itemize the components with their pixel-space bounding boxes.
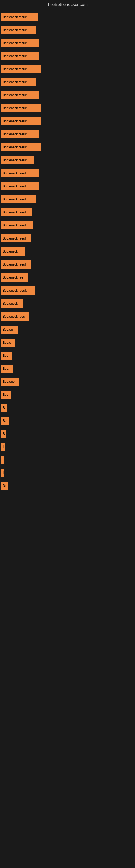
bottleneck-bar: Bottleneck result bbox=[1, 169, 39, 177]
bar-label: I bbox=[3, 471, 3, 475]
bar-row bbox=[1, 455, 134, 465]
bar-label: Bottleneck result bbox=[3, 145, 27, 149]
bar-label: Bottleneck result bbox=[3, 15, 27, 19]
bars-container: Bottleneck resultBottleneck resultBottle… bbox=[0, 9, 135, 496]
bottleneck-bar: Bottleneck result bbox=[1, 78, 36, 86]
bar-row: Bottleneck result bbox=[1, 103, 134, 113]
bar-row: Bot bbox=[1, 350, 134, 361]
bar-row: Bo bbox=[1, 415, 134, 426]
bottleneck-bar: Bottleneck resul bbox=[1, 235, 31, 243]
bar-row: Bottleneck result bbox=[1, 116, 134, 126]
bottleneck-bar bbox=[1, 456, 3, 464]
bar-label: Bottleneck result bbox=[3, 93, 27, 97]
bottleneck-bar: Bottleneck result bbox=[1, 130, 39, 138]
bar-label: Bottleneck result bbox=[3, 211, 27, 214]
bar-row: I bbox=[1, 442, 134, 452]
bar-label: Bottleneck result bbox=[3, 54, 27, 58]
bottleneck-bar: Bottleneck bbox=[1, 300, 23, 308]
bar-label: Bottleneck resu bbox=[3, 315, 25, 318]
bar-row: Bottl bbox=[1, 364, 134, 374]
bottleneck-bar: Bot bbox=[1, 391, 11, 399]
bar-label: Bottleneck resul bbox=[3, 237, 26, 240]
bottleneck-bar: I bbox=[1, 469, 4, 477]
bar-label: Bottleneck result bbox=[3, 106, 27, 110]
bottleneck-bar: Bottleneck r bbox=[1, 247, 25, 255]
bottleneck-bar: Bottleneck result bbox=[1, 286, 35, 294]
bar-row: Bot bbox=[1, 390, 134, 400]
bar-row: Bottleneck r bbox=[1, 246, 134, 257]
bar-label: Bottleneck result bbox=[3, 223, 27, 227]
bar-row: Bottlen bbox=[1, 324, 134, 335]
bottleneck-bar: I bbox=[1, 443, 5, 451]
bar-row: Bottleneck resul bbox=[1, 233, 134, 244]
bottleneck-bar: Bottlene bbox=[1, 378, 19, 386]
bar-label: Bottleneck result bbox=[3, 184, 27, 188]
bar-row: I bbox=[1, 468, 134, 478]
bar-label: Bo bbox=[3, 419, 7, 423]
bottleneck-bar: Bottl bbox=[1, 365, 13, 373]
bar-row: Bottleneck result bbox=[1, 142, 134, 152]
bottleneck-bar: Bottleneck resul bbox=[1, 260, 31, 269]
bar-row: Bottleneck result bbox=[1, 90, 134, 100]
bottleneck-bar: Bottleneck result bbox=[1, 26, 36, 34]
bar-row: Bottleneck resul bbox=[1, 259, 134, 270]
bar-row: Bottleneck result bbox=[1, 207, 134, 218]
bar-row: Bottleneck result bbox=[1, 194, 134, 205]
bottleneck-bar: Bottleneck result bbox=[1, 221, 33, 229]
bar-label: Bottlen bbox=[3, 328, 13, 332]
bottleneck-bar: Bottleneck result bbox=[1, 208, 32, 216]
bar-row: Bottleneck result bbox=[1, 168, 134, 179]
bar-row: B bbox=[1, 403, 134, 413]
site-title: TheBottlenecker.com bbox=[0, 0, 135, 9]
bar-label: Bottl bbox=[3, 367, 9, 371]
bottleneck-bar: B bbox=[1, 430, 6, 438]
bar-row: B bbox=[1, 429, 134, 439]
bar-label: Bot bbox=[3, 393, 8, 397]
bar-label: Bottleneck result bbox=[3, 41, 27, 45]
bar-row: Bottleneck result bbox=[1, 77, 134, 87]
bottleneck-bar: Bot bbox=[1, 351, 12, 360]
bar-label: Bottleneck res bbox=[3, 276, 23, 279]
bar-label: B bbox=[3, 432, 5, 436]
bar-label: Bottleneck result bbox=[3, 158, 27, 162]
bar-row: Bottleneck result bbox=[1, 12, 134, 22]
bottleneck-bar: Bottleneck result bbox=[1, 52, 39, 60]
bar-label: Bottleneck result bbox=[3, 119, 27, 123]
bar-row: Bottlene bbox=[1, 376, 134, 387]
bottleneck-bar: Bottleneck result bbox=[1, 39, 39, 47]
bar-row: Bottleneck bbox=[1, 299, 134, 309]
bar-label: Bottleneck result bbox=[3, 197, 27, 201]
bar-row: Bottleneck result bbox=[1, 38, 134, 48]
bar-row: Bottleneck res bbox=[1, 272, 134, 283]
bar-row: Bottleneck result bbox=[1, 25, 134, 35]
bar-label: Bottlene bbox=[3, 380, 14, 383]
bar-row: Bottleneck resu bbox=[1, 311, 134, 322]
bottleneck-bar: Bottleneck result bbox=[1, 156, 34, 164]
bar-label: Bottleneck r bbox=[3, 250, 20, 253]
bottleneck-bar: Bottleneck result bbox=[1, 195, 36, 204]
bar-label: Bottleneck resul bbox=[3, 262, 26, 267]
bar-label: Bottleneck result bbox=[3, 172, 27, 175]
bar-label: Bottleneck bbox=[3, 302, 18, 305]
bottleneck-bar: Bottleneck res bbox=[1, 273, 28, 282]
bottleneck-bar: Bottleneck result bbox=[1, 143, 41, 151]
bar-row: Bottleneck result bbox=[1, 220, 134, 230]
bottleneck-bar: Bottleneck result bbox=[1, 13, 38, 21]
bottleneck-bar: Bottleneck resu bbox=[1, 312, 29, 321]
bar-row: Bo bbox=[1, 480, 134, 491]
bar-row: Bottle bbox=[1, 337, 134, 348]
bar-row: Bottleneck result bbox=[1, 285, 134, 296]
bar-row: Bottleneck result bbox=[1, 181, 134, 191]
bar-label: Bottleneck result bbox=[3, 67, 27, 71]
bar-row: Bottleneck result bbox=[1, 129, 134, 140]
bar-row: Bottleneck result bbox=[1, 64, 134, 74]
bottleneck-bar: B bbox=[1, 404, 7, 412]
bar-label: I bbox=[3, 445, 3, 448]
bottleneck-bar: Bottleneck result bbox=[1, 91, 39, 99]
bottleneck-bar: Bottleneck result bbox=[1, 182, 39, 190]
bar-label: Bottleneck result bbox=[3, 80, 27, 84]
bar-label: Bottleneck result bbox=[3, 289, 27, 292]
bar-label: Bottleneck result bbox=[3, 28, 27, 32]
bottleneck-bar: Bottleneck result bbox=[1, 104, 41, 112]
bottleneck-bar: Bottleneck result bbox=[1, 117, 41, 125]
